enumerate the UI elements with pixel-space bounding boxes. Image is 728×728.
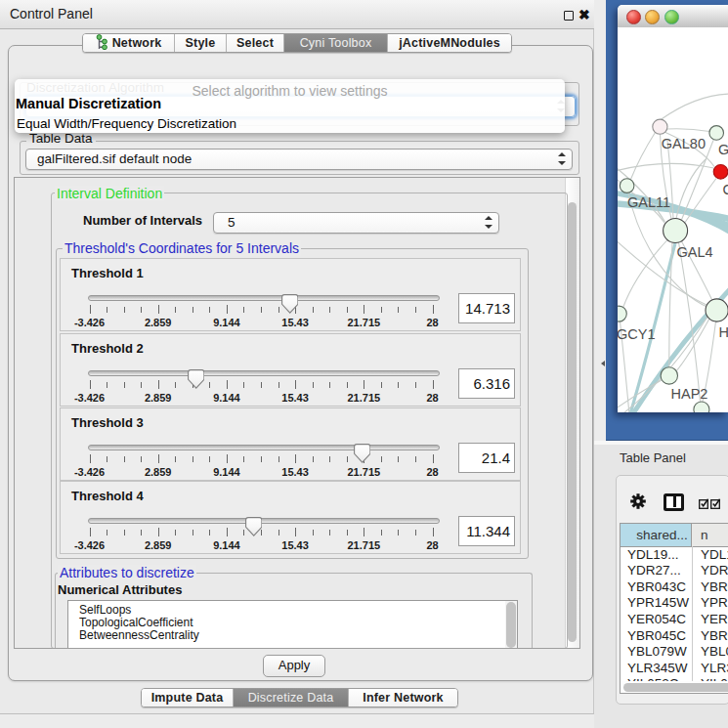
svg-text:C: C: [723, 182, 728, 197]
svg-text:GCY1: GCY1: [618, 326, 656, 342]
svg-text:GAL11: GAL11: [627, 194, 670, 210]
svg-text:HAP2: HAP2: [671, 386, 708, 402]
svg-text:GA: GA: [718, 142, 728, 157]
svg-text:GAL80: GAL80: [662, 136, 706, 151]
svg-text:H: H: [719, 324, 728, 340]
svg-text:GAL4: GAL4: [677, 244, 713, 260]
